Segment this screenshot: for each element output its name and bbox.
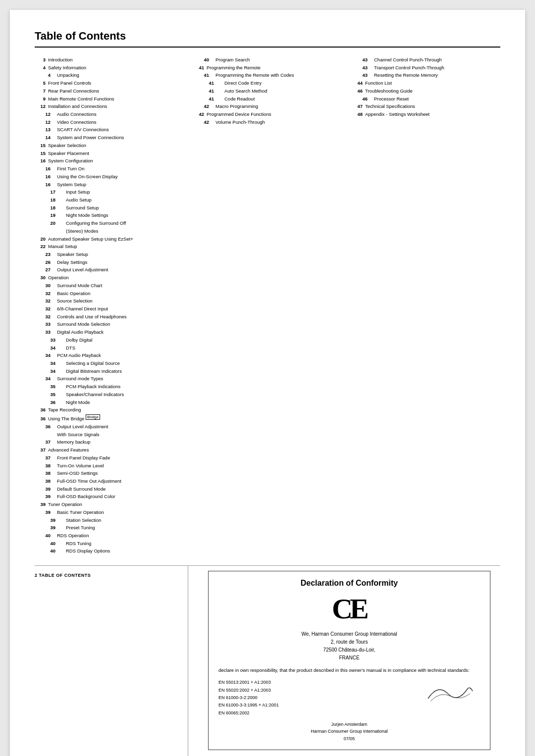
svg-text:CE: CE (332, 593, 368, 622)
toc-entry: 22Manual Setup (35, 243, 183, 251)
toc-entry-label: Tuner Operation (48, 501, 82, 508)
toc-entry-num: 16 (35, 181, 51, 189)
toc-entry-label: Automated Speaker Setup Using EzSet+ (48, 236, 133, 243)
toc-entry-num: 37 (35, 454, 51, 462)
toc-entry-num: 4 (35, 72, 51, 79)
page-title: Table of Contents (35, 30, 500, 48)
toc-entry: 40RDS Display Options (35, 548, 183, 555)
toc-entry-label: DTS (58, 345, 75, 352)
toc-entry: 34PCM Audio Playback (35, 352, 183, 359)
toc-entry: 14System and Power Connections (35, 134, 183, 142)
toc-entry: 43Channel Control Punch-Through (352, 56, 500, 64)
ce-mark: CE (218, 593, 480, 626)
standards-list: EN 55013:2001 + A1:2003EN 55020:2002 + A… (218, 679, 279, 716)
declaration-footer: Jurjen Amsterdam Harman Consumer Group I… (218, 721, 480, 742)
declaration-body: declare in own responsibility, that the … (218, 667, 480, 674)
standard-item: EN 61000-3-2:2000 (218, 694, 279, 702)
toc-grid: 3Introduction4Safety Information4Unpacki… (35, 56, 500, 555)
toc-entry: 9Main Remote Control Functions (35, 96, 183, 103)
toc-entry-num: 16 (35, 173, 51, 181)
toc-entry-num: 41 (193, 64, 204, 72)
toc-entry-label: Tape Recording (48, 406, 81, 414)
toc-entry-label: Using the On-Screen Display (53, 173, 118, 181)
toc-entry-label: (Stereo) Modes (58, 228, 98, 235)
toc-entry: 326/8-Channel Direct Input (35, 305, 183, 313)
toc-entry-num: 32 (35, 290, 51, 298)
toc-entry: 42Volume Punch-Through (193, 119, 342, 126)
toc-entry-label: Input Setup (58, 189, 90, 196)
toc-entry-num: 40 (35, 540, 55, 548)
toc-entry: 23Speaker Setup (35, 251, 183, 258)
toc-entry-num: 9 (35, 96, 46, 103)
footer-label: 2 TABLE OF CONTENTS (35, 573, 180, 578)
toc-entry-label: Unpacking (53, 72, 79, 79)
toc-entry-num: 33 (35, 321, 51, 328)
toc-entry-num: 13 (35, 126, 51, 134)
toc-entry-num: 12 (35, 103, 46, 110)
toc-entry-num: 33 (35, 337, 55, 344)
toc-entry: 13SCART A/V Connections (35, 126, 183, 134)
toc-entry: 3Introduction (35, 56, 183, 64)
toc-entry-num: 15 (35, 150, 46, 157)
toc-entry-num: 5 (35, 80, 46, 87)
toc-entry: 40RDS Operation (35, 532, 183, 540)
toc-entry: 12Installation and Connections (35, 103, 183, 110)
toc-entry-label: RDS Operation (53, 532, 89, 540)
toc-entry: 41Code Readout (193, 96, 342, 103)
toc-entry-label: Using The Bridge Bridge (48, 414, 100, 423)
toc-entry: 44Function List (352, 80, 500, 87)
toc-entry-num: 34 (35, 360, 55, 367)
toc-entry-label: Programmed Device Functions (207, 111, 271, 118)
toc-entry: With Source Signals (35, 431, 183, 439)
declaration-box: Declaration of Conformity CE We, Harman … (208, 571, 490, 750)
address-line1: 2, route de Tours (331, 639, 368, 645)
toc-entry-label: Full-OSD Time Out Adjustment (53, 478, 121, 485)
toc-entry-label: Semi-OSD Settings (53, 470, 98, 477)
toc-entry: 37Memory backup (35, 439, 183, 446)
address-line2: 72500 Château-du-Loir, (323, 647, 375, 653)
toc-entry-label: Front Panel Controls (48, 80, 91, 87)
toc-entry: 34Digital Bitstream Indicators (35, 368, 183, 375)
toc-entry-label: RDS Tuning (58, 540, 91, 548)
toc-entry-label: Surround mode Types (53, 375, 103, 383)
toc-entry: 18Surround Setup (35, 204, 183, 212)
toc-entry-num: 19 (35, 212, 55, 219)
toc-entry-num: 18 (35, 197, 55, 204)
toc-entry-num: 32 (35, 313, 51, 321)
toc-entry-num: 15 (35, 142, 46, 150)
bottom-section: 2 TABLE OF CONTENTS Declaration of Confo… (35, 565, 500, 756)
toc-entry-num: 39 (35, 509, 51, 516)
signature-svg (423, 679, 478, 708)
signature-area (421, 679, 480, 709)
toc-entry-label: Installation and Connections (48, 103, 107, 110)
toc-entry-label: PCM Audio Playback (53, 352, 101, 359)
toc-entry: 43Resetting the Remote Memory (352, 72, 500, 79)
toc-entry: 32Controls and Use of Headphones (35, 313, 183, 321)
toc-entry-label: Preset Tuning (58, 524, 95, 532)
toc-entry: 39Basic Tuner Operation (35, 509, 183, 516)
toc-entry-label: Troubleshooting Guide (365, 88, 413, 95)
signer-name: Jurjen Amsterdam (331, 722, 368, 727)
toc-entry-num: 33 (35, 329, 51, 336)
toc-entry-num: 32 (35, 305, 51, 313)
toc-entry: 41Programming the Remote with Codes (193, 72, 342, 79)
toc-entry: 35PCM Playback Indications (35, 383, 183, 391)
bridge-logo: Bridge (86, 414, 100, 420)
toc-entry: 38Semi-OSD Settings (35, 470, 183, 477)
toc-entry-label: Front Panel Display Fade (53, 454, 110, 462)
toc-entry-num: 43 (352, 56, 368, 64)
toc-entry: 39Preset Tuning (35, 524, 183, 532)
toc-entry-label: Controls and Use of Headphones (53, 313, 126, 321)
toc-entry: 39Full-OSD Background Color (35, 493, 183, 501)
toc-entry: 42Programmed Device Functions (193, 111, 342, 118)
toc-entry-num: 41 (193, 96, 214, 103)
toc-entry-num: 42 (193, 103, 209, 110)
toc-entry-num: 34 (35, 368, 55, 375)
toc-entry: 18Audio Setup (35, 197, 183, 204)
toc-entry-label: First Turn On (53, 165, 84, 173)
toc-entry: 16System Setup (35, 181, 183, 189)
toc-column-3: 43Channel Control Punch-Through43Transpo… (352, 56, 500, 555)
toc-entry: 20Automated Speaker Setup Using EzSet+ (35, 236, 183, 243)
toc-entry-label: Basic Tuner Operation (53, 509, 104, 516)
toc-entry-num: 26 (35, 259, 51, 266)
